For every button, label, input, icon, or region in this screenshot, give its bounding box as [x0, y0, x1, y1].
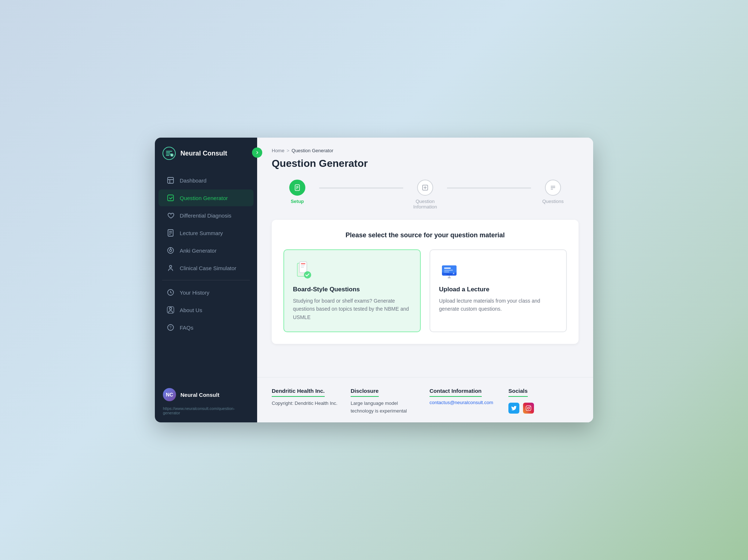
sidebar-item-anki-label: Anki Generator [180, 248, 217, 254]
step-questions: Questions [531, 180, 575, 204]
about-icon [167, 306, 175, 314]
sidebar-item-lecture-summary[interactable]: Lecture Summary [159, 225, 253, 241]
anki-icon [167, 246, 175, 254]
sidebar-nav: Dashboard Question Generator [155, 168, 257, 384]
footer-disclosure: Disclosure Large language model technolo… [351, 388, 421, 415]
board-style-title: Board-Style Questions [293, 286, 411, 293]
stepper: Setup Question Information [272, 180, 579, 210]
sidebar-item-about-label: About Us [180, 307, 202, 313]
sidebar-item-differential-label: Differential Diagnosis [180, 212, 231, 219]
board-style-icon [293, 260, 313, 281]
sidebar: Neural Consult Dashboard [155, 138, 257, 422]
step-questions-label: Questions [542, 199, 564, 204]
svg-rect-8 [168, 177, 173, 183]
svg-point-52 [530, 406, 530, 407]
faq-icon: ? [167, 323, 175, 331]
sidebar-item-faqs[interactable]: ? FAQs [159, 319, 253, 336]
sidebar-item-differential-diagnosis[interactable]: Differential Diagnosis [159, 207, 253, 224]
step-setup: Setup [275, 180, 319, 204]
footer-disclosure-title: Disclosure [351, 388, 379, 397]
upload-lecture-title: Upload a Lecture [439, 286, 557, 293]
page-footer: Dendritic Health Inc. Copyright: Dendrit… [257, 377, 593, 422]
nav-divider [162, 280, 250, 280]
svg-point-19 [169, 265, 172, 268]
board-style-desc: Studying for board or shelf exams? Gener… [293, 297, 411, 321]
footer-company-text: Copyright: Dendritic Health Inc. [272, 400, 342, 407]
sidebar-item-clinical-label: Clinical Case Simulator [180, 265, 236, 271]
svg-rect-43 [444, 268, 451, 269]
social-icons-row [508, 403, 579, 414]
sidebar-item-about-us[interactable]: About Us [159, 302, 253, 318]
svg-rect-45 [444, 272, 449, 272]
step-qinfo-label: Question Information [413, 199, 437, 210]
sidebar-item-dashboard[interactable]: Dashboard [159, 172, 253, 189]
sidebar-item-history-label: Your History [180, 289, 209, 296]
footer-socials: Socials [508, 388, 579, 415]
sidebar-item-faqs-label: FAQs [180, 325, 194, 331]
sidebar-item-anki-generator[interactable]: Anki Generator [159, 242, 253, 259]
status-url: https://www.neuralconsult.com/question-g… [155, 405, 257, 415]
breadcrumb-separator: > [287, 148, 290, 153]
svg-point-17 [169, 249, 172, 252]
sidebar-header: Neural Consult [155, 138, 257, 168]
step-line-1 [319, 188, 403, 188]
document-icon [167, 229, 175, 237]
svg-point-0 [163, 147, 175, 160]
sidebar-item-question-generator[interactable]: Question Generator [159, 189, 253, 206]
breadcrumb: Home > Question Generator [272, 148, 579, 153]
footer-contact-title: Contact Information [430, 388, 482, 397]
svg-rect-47 [446, 274, 452, 275]
svg-rect-37 [301, 263, 305, 264]
user-name: Neural Consult [180, 392, 220, 398]
step-setup-icon [289, 180, 305, 196]
sidebar-item-lecture-label: Lecture Summary [180, 230, 223, 236]
svg-rect-44 [444, 270, 453, 271]
twitter-icon[interactable] [508, 403, 519, 414]
upload-lecture-desc: Upload lecture materials from your class… [439, 297, 557, 313]
sidebar-item-dashboard-label: Dashboard [180, 177, 206, 184]
upload-lecture-option[interactable]: Upload a Lecture Upload lecture material… [430, 249, 567, 332]
footer-disclosure-text: Large language model technology is exper… [351, 400, 421, 415]
person-icon [167, 264, 175, 272]
avatar: NC [163, 388, 176, 401]
footer-company-title: Dendritic Health Inc. [272, 388, 325, 397]
sidebar-collapse-button[interactable] [252, 147, 262, 158]
sidebar-user: NC Neural Consult [155, 384, 257, 405]
step-setup-label: Setup [291, 199, 304, 204]
heart-icon [167, 211, 175, 219]
source-selection-card: Please select the source for your questi… [272, 220, 579, 344]
step-qinfo-icon [417, 180, 433, 196]
page-title: Question Generator [272, 158, 579, 169]
app-title: Neural Consult [180, 150, 227, 157]
footer-contact-email[interactable]: contactus@neuralconsult.com [430, 400, 500, 405]
svg-rect-11 [168, 195, 173, 201]
footer-company: Dendritic Health Inc. Copyright: Dendrit… [272, 388, 342, 415]
step-line-2 [447, 188, 531, 188]
sidebar-item-question-generator-label: Question Generator [180, 195, 228, 201]
instagram-icon[interactable] [523, 403, 534, 414]
breadcrumb-home[interactable]: Home [272, 148, 285, 153]
svg-point-46 [453, 273, 454, 274]
sidebar-item-your-history[interactable]: Your History [159, 284, 253, 301]
source-card-title: Please select the source for your questi… [283, 231, 567, 239]
step-question-info: Question Information [403, 180, 447, 210]
history-icon [167, 288, 175, 296]
source-options: Board-Style Questions Studying for board… [283, 249, 567, 332]
upload-lecture-icon [439, 260, 459, 281]
sidebar-item-clinical-case[interactable]: Clinical Case Simulator [159, 260, 253, 276]
breadcrumb-current: Question Generator [291, 148, 333, 153]
svg-point-21 [169, 307, 172, 310]
board-style-option[interactable]: Board-Style Questions Studying for board… [283, 249, 421, 332]
svg-text:?: ? [169, 325, 172, 330]
main-content: Home > Question Generator Question Gener… [257, 138, 593, 422]
step-questions-icon [545, 180, 561, 196]
question-gen-icon [167, 194, 175, 202]
footer-socials-title: Socials [508, 388, 528, 397]
app-logo-icon [162, 146, 176, 160]
footer-contact: Contact Information contactus@neuralcons… [430, 388, 500, 415]
svg-rect-42 [442, 265, 457, 273]
home-icon [167, 176, 175, 184]
svg-point-51 [527, 407, 529, 409]
